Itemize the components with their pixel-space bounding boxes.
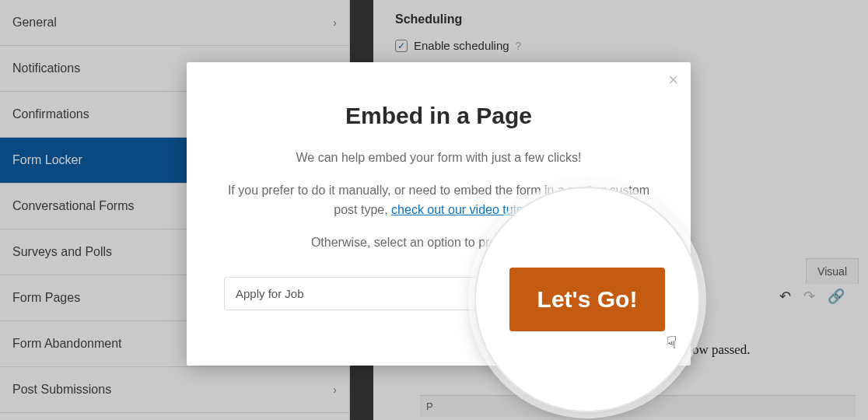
modal-intro: We can help embed your form with just a …: [224, 148, 653, 168]
modal-title: Embed in a Page: [224, 103, 653, 129]
magnifier-circle: Let's Go! ☟: [474, 187, 700, 412]
lets-go-button[interactable]: Let's Go!: [509, 268, 666, 331]
pointer-cursor-icon: ☟: [665, 333, 678, 353]
close-button[interactable]: ×: [668, 72, 678, 89]
